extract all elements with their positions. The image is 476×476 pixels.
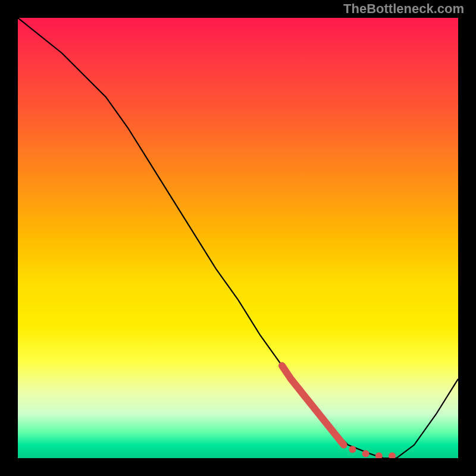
watermark-text: TheBottleneck.com	[343, 1, 464, 17]
chart-background-gradient	[18, 18, 458, 458]
